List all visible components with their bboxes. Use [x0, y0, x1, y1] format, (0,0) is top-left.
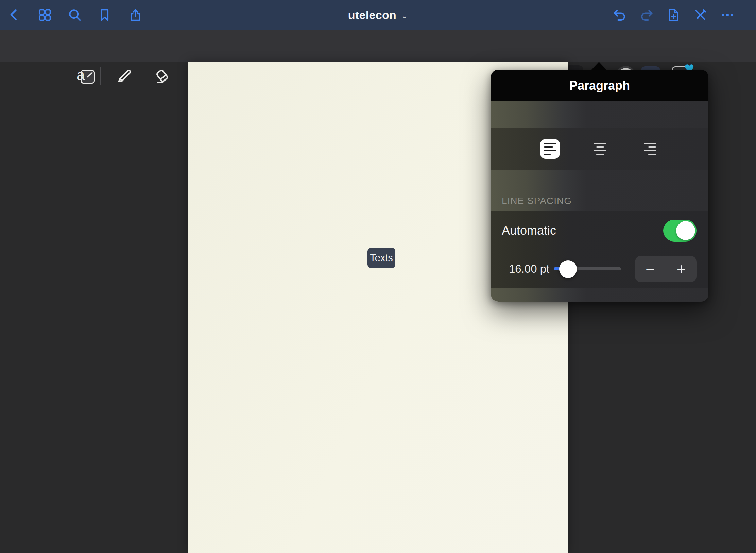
- toggle-knob: [676, 221, 695, 240]
- popover-blur-band: [491, 101, 708, 128]
- popover-arrow: [591, 62, 607, 70]
- eraser-tool-icon[interactable]: [153, 67, 171, 85]
- increase-button[interactable]: +: [666, 256, 697, 282]
- undo-icon[interactable]: [611, 7, 628, 23]
- app-screen: utelecon ⌄ a: [0, 0, 756, 553]
- alignment-row: [491, 128, 708, 170]
- search-icon[interactable]: [67, 7, 83, 23]
- line-spacing-section-label: LINE SPACING: [502, 196, 572, 207]
- spacing-stepper: − +: [635, 256, 697, 282]
- exit-editing-icon[interactable]: [692, 7, 708, 23]
- spacing-slider-row: 16.00 pt − +: [491, 250, 708, 288]
- automatic-row: Automatic: [491, 211, 708, 250]
- align-right-button[interactable]: [640, 139, 660, 159]
- share-icon[interactable]: [127, 7, 143, 23]
- align-center-button[interactable]: [590, 139, 610, 159]
- grid-view-icon[interactable]: [37, 7, 53, 23]
- add-page-icon[interactable]: [665, 7, 682, 23]
- toolbar-divider: [100, 67, 101, 85]
- zoom-window-glyph: a: [77, 67, 95, 85]
- zoom-window-tool-icon[interactable]: a: [77, 67, 95, 85]
- automatic-toggle[interactable]: [663, 220, 697, 242]
- line-spacing-value: 16.00 pt: [509, 263, 549, 275]
- popover-title: Paragraph: [491, 70, 708, 101]
- slider-knob[interactable]: [559, 260, 577, 278]
- line-spacing-section-header: LINE SPACING: [491, 170, 708, 211]
- paragraph-popover: Paragraph LINE SPACING Automatic: [491, 70, 708, 302]
- decrease-button[interactable]: −: [635, 256, 666, 282]
- selected-text-object[interactable]: Texts: [367, 248, 395, 268]
- nav-bar: utelecon ⌄: [0, 0, 756, 30]
- more-icon[interactable]: [719, 7, 736, 23]
- tool-bar: a T: [0, 30, 756, 62]
- line-spacing-rows: Automatic 16.00 pt − +: [491, 211, 708, 288]
- line-spacing-slider[interactable]: [554, 260, 621, 278]
- automatic-label: Automatic: [502, 224, 556, 238]
- document-title[interactable]: utelecon: [348, 8, 396, 22]
- popover-bottom-band: [491, 288, 708, 302]
- back-icon[interactable]: [6, 7, 22, 23]
- pen-tool-icon[interactable]: [116, 67, 133, 85]
- align-left-button[interactable]: [540, 139, 560, 159]
- redo-icon[interactable]: [639, 7, 655, 23]
- selected-text-label: Texts: [370, 252, 393, 264]
- title-chevron-down-icon[interactable]: ⌄: [401, 11, 408, 20]
- bookmark-icon[interactable]: [97, 7, 113, 23]
